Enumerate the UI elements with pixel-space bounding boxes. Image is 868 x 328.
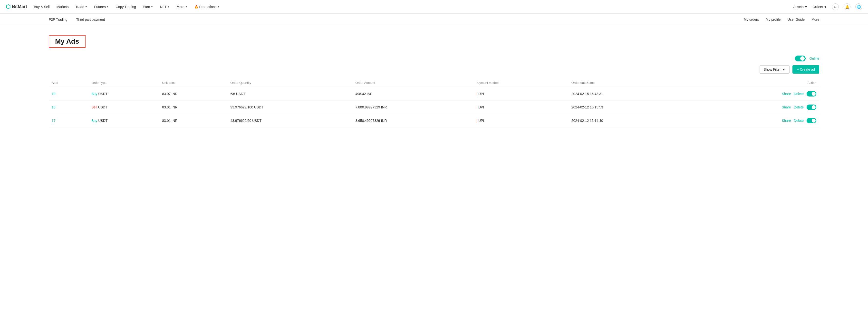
more-caret: ▼ [185, 5, 188, 8]
order-currency-2: USDT [98, 119, 107, 123]
cell-ad-id-2[interactable]: 17 [49, 114, 89, 127]
sub-nav-right: My orders My profile User Guide More [744, 18, 819, 22]
filter-caret-icon: ▼ [782, 67, 786, 71]
cell-datetime-1: 2024-02-12 15:15:53 [568, 101, 689, 114]
row-toggle-1[interactable] [807, 105, 816, 110]
fire-icon: 🔥 [194, 5, 198, 9]
nav-markets[interactable]: Markets [57, 5, 69, 9]
user-icon[interactable]: ☺ [832, 3, 839, 10]
col-order-quantity: Order Quantity [227, 79, 352, 87]
cell-order-amount-0: 498.42 INR [352, 87, 472, 101]
sub-nav-third-part[interactable]: Third part payment [76, 18, 105, 22]
language-icon[interactable]: 🌐 [855, 3, 862, 10]
nav-trade[interactable]: Trade ▼ [75, 5, 87, 9]
col-ad-id: AdId [49, 79, 89, 87]
nav-right: Assets ▼ Orders ▼ ☺ 🔔 🌐 [793, 3, 862, 10]
sub-nav-left: P2P Trading Third part payment [49, 18, 105, 22]
nav-futures[interactable]: Futures ▼ [94, 5, 109, 9]
col-unit-price: Unit price [159, 79, 227, 87]
cell-unit-price-2: 83.01 INR [159, 114, 227, 127]
order-currency-0: USDT [98, 92, 107, 96]
cell-order-type-0: Buy USDT [89, 87, 159, 101]
table-row: 18 Sell USDT 83.01 INR 93.976629/100 USD… [49, 101, 819, 114]
cell-ad-id-0[interactable]: 19 [49, 87, 89, 101]
assets-dropdown[interactable]: Assets ▼ [793, 5, 808, 9]
nav-copy-trading[interactable]: Copy Trading [116, 5, 136, 9]
nft-caret: ▼ [167, 5, 170, 8]
assets-caret: ▼ [804, 5, 808, 9]
online-toggle[interactable] [795, 56, 806, 61]
logo-text: BitMart [12, 4, 27, 9]
col-order-type: Order type [89, 79, 159, 87]
cell-order-amount-1: 7,800.99997329 INR [352, 101, 472, 114]
share-button-2[interactable]: Share [782, 119, 791, 123]
main-content: My Ads Online Show Filter ▼ + Create ad … [0, 25, 868, 137]
table-header: AdId Order type Unit price Order Quantit… [49, 79, 819, 87]
row-toggle-2[interactable] [807, 118, 816, 123]
cell-action-2: Share Delete [689, 114, 819, 127]
cell-action-1: Share Delete [689, 101, 819, 114]
top-navigation: ⬡ BitMart Buy & Sell Markets Trade ▼ Fut… [0, 0, 868, 13]
online-toggle-row: Online [49, 56, 819, 61]
table-row: 17 Buy USDT 83.01 INR 43.976629/50 USDT … [49, 114, 819, 127]
nav-nft[interactable]: NFT ▼ [160, 5, 170, 9]
action-cell-0: Share Delete [692, 91, 816, 96]
notifications-icon[interactable]: 🔔 [844, 3, 850, 10]
col-order-datetime: Order date&time [568, 79, 689, 87]
nav-left: ⬡ BitMart Buy & Sell Markets Trade ▼ Fut… [6, 4, 220, 10]
cell-datetime-0: 2024-02-15 16:43:31 [568, 87, 689, 101]
orders-dropdown[interactable]: Orders ▼ [812, 5, 827, 9]
online-label: Online [809, 57, 819, 60]
nav-buy-sell[interactable]: Buy & Sell [34, 5, 50, 9]
table-header-row: AdId Order type Unit price Order Quantit… [49, 79, 819, 87]
share-button-0[interactable]: Share [782, 92, 791, 96]
cell-order-quantity-1: 93.976629/100 USDT [227, 101, 352, 114]
sub-nav-user-guide[interactable]: User Guide [787, 18, 805, 22]
row-toggle-0[interactable] [807, 91, 816, 96]
table-row: 19 Buy USDT 83.07 INR 6/6 USDT 498.42 IN… [49, 87, 819, 101]
ad-id-link-1[interactable]: 18 [52, 105, 56, 109]
cell-ad-id-1[interactable]: 18 [49, 101, 89, 114]
ad-id-link-0[interactable]: 19 [52, 92, 56, 96]
create-ad-button[interactable]: + Create ad [793, 65, 819, 73]
payment-method-0: UPI [478, 92, 484, 96]
share-button-1[interactable]: Share [782, 105, 791, 109]
delete-button-2[interactable]: Delete [794, 119, 804, 123]
action-cell-1: Share Delete [692, 105, 816, 110]
sub-nav-more[interactable]: More [811, 18, 819, 22]
show-filter-button[interactable]: Show Filter ▼ [760, 65, 790, 73]
page-title: My Ads [55, 37, 79, 45]
upi-indicator-1: | [475, 105, 476, 109]
nav-promotions[interactable]: 🔥 Promotions ▼ [194, 5, 220, 9]
ad-id-link-2[interactable]: 17 [52, 119, 56, 123]
nav-earn[interactable]: Earn ▼ [143, 5, 153, 9]
cell-order-amount-2: 3,650.49997329 INR [352, 114, 472, 127]
payment-method-2: UPI [478, 119, 484, 123]
action-cell-2: Share Delete [692, 118, 816, 123]
cell-payment-0: | UPI [472, 87, 568, 101]
orders-caret: ▼ [824, 5, 827, 9]
futures-caret: ▼ [106, 5, 109, 8]
order-type-0: Buy [91, 92, 97, 96]
logo[interactable]: ⬡ BitMart [6, 4, 27, 10]
order-type-1: Sell [91, 105, 97, 109]
sub-nav-my-orders[interactable]: My orders [744, 18, 759, 22]
promotions-caret: ▼ [217, 5, 220, 8]
logo-icon: ⬡ [6, 4, 10, 10]
sub-nav-my-profile[interactable]: My profile [766, 18, 781, 22]
order-currency-1: USDT [98, 105, 107, 109]
table-body: 19 Buy USDT 83.07 INR 6/6 USDT 498.42 IN… [49, 87, 819, 127]
payment-method-1: UPI [478, 105, 484, 109]
cell-payment-2: | UPI [472, 114, 568, 127]
cell-order-quantity-0: 6/6 USDT [227, 87, 352, 101]
cell-order-type-1: Sell USDT [89, 101, 159, 114]
cell-payment-1: | UPI [472, 101, 568, 114]
cell-order-type-2: Buy USDT [89, 114, 159, 127]
sub-nav-p2p-trading[interactable]: P2P Trading [49, 18, 67, 22]
delete-button-1[interactable]: Delete [794, 105, 804, 109]
delete-button-0[interactable]: Delete [794, 92, 804, 96]
upi-indicator-0: | [475, 92, 476, 96]
action-row: Show Filter ▼ + Create ad [49, 65, 819, 73]
ads-table: AdId Order type Unit price Order Quantit… [49, 79, 819, 127]
nav-more[interactable]: More ▼ [177, 5, 188, 9]
